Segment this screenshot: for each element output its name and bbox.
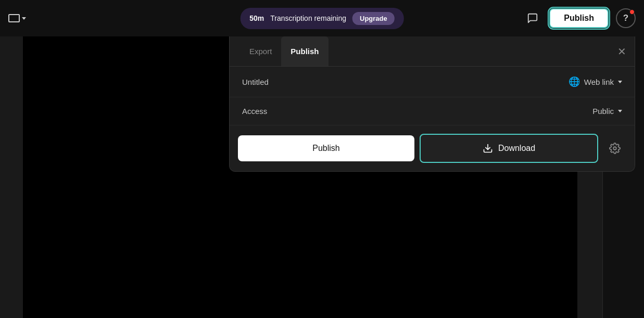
chevron-down-icon [618, 81, 622, 83]
topbar-left [8, 14, 26, 22]
topbar-right: Publish ? [523, 8, 636, 28]
transcription-text: Transcription remaining [270, 14, 346, 22]
main-area: 1 / Scene Layer Export Publish ✕ U [0, 36, 644, 318]
access-label: Access [242, 107, 267, 116]
transcription-pill: 50m Transcription remaining Upgrade [240, 8, 404, 29]
settings-button[interactable] [603, 137, 626, 160]
access-selector[interactable]: Public [592, 107, 622, 116]
chat-button[interactable] [523, 9, 542, 28]
topbar: 50m Transcription remaining Upgrade Publ… [0, 0, 644, 36]
tab-publish[interactable]: Publish [281, 36, 328, 66]
modal-title-label: Untitled [242, 78, 269, 86]
transcription-minutes: 50m [249, 14, 264, 22]
modal-row-title: Untitled 🌐 Web link [230, 67, 635, 97]
notification-wrapper: ? [616, 8, 636, 28]
close-button[interactable]: ✕ [617, 46, 626, 57]
aspect-ratio-icon [8, 14, 20, 22]
topbar-center: 50m Transcription remaining Upgrade [240, 8, 404, 29]
upgrade-button[interactable]: Upgrade [352, 12, 395, 25]
modal-tabs: Export Publish ✕ [230, 36, 635, 67]
modal-content: Untitled 🌐 Web link Access Public [230, 67, 635, 125]
publish-topbar-button[interactable]: Publish [549, 8, 609, 28]
download-icon [483, 143, 493, 154]
modal-row-access: Access Public [230, 97, 635, 125]
web-link-selector[interactable]: 🌐 Web link [569, 76, 622, 87]
globe-icon: 🌐 [569, 76, 580, 87]
web-link-label: Web link [584, 78, 614, 86]
publish-action-button[interactable]: Publish [238, 135, 414, 161]
access-value: Public [592, 107, 614, 116]
chevron-down-icon [618, 110, 622, 112]
download-action-button[interactable]: Download [420, 134, 598, 163]
settings-icon [609, 143, 621, 154]
download-label: Download [498, 144, 535, 153]
modal-actions: Publish Download [230, 125, 635, 171]
help-button[interactable]: ? [616, 8, 636, 28]
chat-icon [527, 12, 538, 24]
svg-point-2 [613, 147, 616, 150]
chevron-down-icon [22, 17, 26, 20]
tab-export[interactable]: Export [240, 36, 281, 66]
aspect-ratio-selector[interactable] [8, 14, 26, 22]
modal-panel: Export Publish ✕ Untitled 🌐 Web link Acc… [229, 36, 635, 172]
